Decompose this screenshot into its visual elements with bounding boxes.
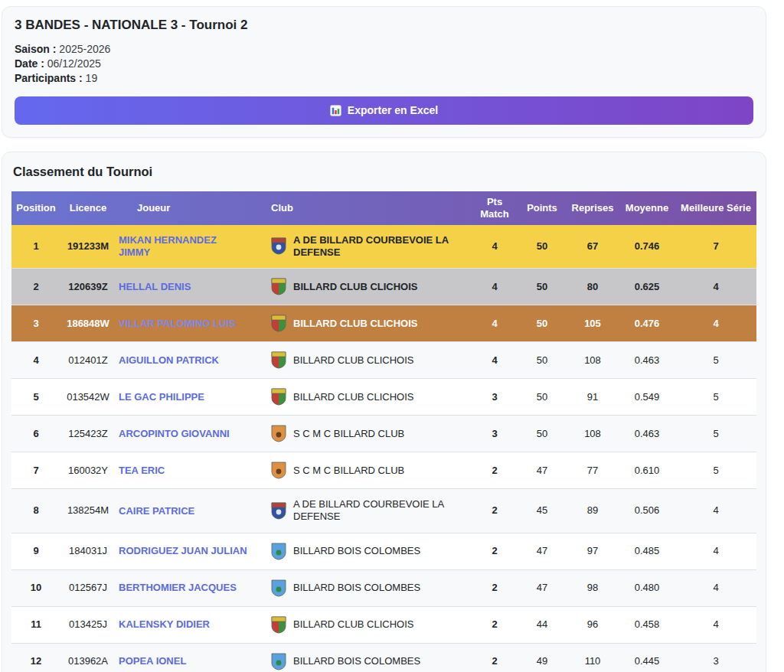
player-cell: RODRIGUEZ JUAN JULIAN xyxy=(116,533,265,569)
meilleure-serie-cell: 5 xyxy=(675,416,756,452)
reprises-cell: 108 xyxy=(567,416,619,452)
export-excel-label: Exporter en Excel xyxy=(348,104,438,116)
moyenne-cell: 0.506 xyxy=(619,489,675,533)
player-link[interactable]: KALENSKY DIDIER xyxy=(119,618,210,631)
player-cell: VILLAR PALOMINO LUIS xyxy=(116,305,265,342)
points-cell: 50 xyxy=(518,269,567,305)
boiscolombes-club-shield-icon xyxy=(271,579,286,597)
season-line: Saison : 2025-2026 xyxy=(15,42,753,57)
player-link[interactable]: LE GAC PHILIPPE xyxy=(119,391,204,403)
club-cell: BILLARD CLUB CLICHOIS xyxy=(265,305,472,342)
position-cell: 1 xyxy=(11,225,60,269)
player-link[interactable]: MIKAN HERNANDEZ JIMMY xyxy=(119,234,247,259)
club-name: BILLARD BOIS COLOMBES xyxy=(293,655,420,667)
points-cell: 44 xyxy=(518,606,567,643)
moyenne-cell: 0.458 xyxy=(619,606,675,643)
licence-cell: 186848W xyxy=(60,305,116,342)
meilleure-serie-cell: 7 xyxy=(675,225,756,269)
licence-cell: 160032Y xyxy=(60,452,116,489)
points-cell: 49 xyxy=(518,643,567,672)
club-cell: S C M C BILLARD CLUB xyxy=(265,416,472,452)
header-licence: Licence xyxy=(60,191,116,225)
season-label: Saison : xyxy=(15,43,56,55)
club-cell: S C M C BILLARD CLUB xyxy=(265,452,472,489)
clichois-club-shield-icon xyxy=(271,315,286,332)
club-name: BILLARD CLUB CLICHOIS xyxy=(293,618,414,631)
moyenne-cell: 0.476 xyxy=(619,305,675,342)
player-link[interactable]: VILLAR PALOMINO LUIS xyxy=(119,318,236,330)
table-row: 7 160032Y TEA ERIC S C M C BILLARD CLUB … xyxy=(11,452,756,489)
meilleure-serie-cell: 4 xyxy=(675,305,756,342)
player-cell: HELLAL DENIS xyxy=(116,269,265,305)
reprises-cell: 77 xyxy=(567,452,619,489)
position-cell: 4 xyxy=(11,342,60,379)
club-cell: BILLARD BOIS COLOMBES xyxy=(265,643,472,672)
player-link[interactable]: BERTHOMIER JACQUES xyxy=(119,582,237,594)
position-cell: 6 xyxy=(11,416,60,452)
clichois-club-shield-icon xyxy=(271,278,286,295)
player-cell: LE GAC PHILIPPE xyxy=(116,379,265,416)
meilleure-serie-cell: 5 xyxy=(675,342,756,379)
pts-match-cell: 2 xyxy=(472,452,518,489)
reprises-cell: 97 xyxy=(567,533,619,569)
position-cell: 10 xyxy=(11,569,60,606)
header-points: Points xyxy=(518,191,567,225)
header-reprises: Reprises xyxy=(567,191,619,225)
date-label: Date : xyxy=(15,57,44,70)
pts-match-cell: 2 xyxy=(472,533,518,569)
pts-match-cell: 2 xyxy=(472,489,518,533)
player-link[interactable]: HELLAL DENIS xyxy=(119,281,191,293)
reprises-cell: 98 xyxy=(567,569,619,606)
pts-match-cell: 4 xyxy=(472,225,518,269)
export-excel-button[interactable]: Exporter en Excel xyxy=(15,96,753,125)
club-name: S C M C BILLARD CLUB xyxy=(293,465,404,477)
licence-cell: 013962A xyxy=(60,643,116,672)
moyenne-cell: 0.445 xyxy=(619,643,675,672)
table-row: 10 012567J BERTHOMIER JACQUES BILLARD BO… xyxy=(11,569,756,606)
player-link[interactable]: POPEA IONEL xyxy=(119,655,186,667)
player-link[interactable]: AIGUILLON PATRICK xyxy=(119,354,219,367)
player-cell: ARCOPINTO GIOVANNI xyxy=(116,416,265,452)
meilleure-serie-cell: 4 xyxy=(675,533,756,569)
reprises-cell: 105 xyxy=(567,305,619,342)
player-link[interactable]: ARCOPINTO GIOVANNI xyxy=(119,428,230,440)
meilleure-serie-cell: 4 xyxy=(675,269,756,305)
participants-label: Participants : xyxy=(15,72,83,84)
position-cell: 5 xyxy=(11,379,60,416)
table-row: 12 013962A POPEA IONEL BILLARD BOIS COLO… xyxy=(11,643,756,672)
ranking-title: Classement du Tournoi xyxy=(13,165,753,179)
moyenne-cell: 0.625 xyxy=(619,269,675,305)
points-cell: 47 xyxy=(518,569,567,606)
points-cell: 50 xyxy=(518,416,567,452)
ranking-table-head: Position Licence Joueur Club Pts Match P… xyxy=(11,191,756,225)
licence-cell: 120639Z xyxy=(60,269,116,305)
season-value: 2025-2026 xyxy=(59,43,110,55)
header-row: Position Licence Joueur Club Pts Match P… xyxy=(11,191,756,225)
points-cell: 50 xyxy=(518,225,567,269)
table-row: 5 013542W LE GAC PHILIPPE BILLARD CLUB C… xyxy=(11,379,756,416)
club-name: BILLARD BOIS COLOMBES xyxy=(293,582,420,594)
meilleure-serie-cell: 4 xyxy=(675,489,756,533)
club-cell: BILLARD BOIS COLOMBES xyxy=(265,569,472,606)
table-row: 1 191233M MIKAN HERNANDEZ JIMMY A DE BIL… xyxy=(11,225,756,269)
table-row: 4 012401Z AIGUILLON PATRICK BILLARD CLUB… xyxy=(11,342,756,379)
licence-cell: 012401Z xyxy=(60,342,116,379)
moyenne-cell: 0.610 xyxy=(619,452,675,489)
player-link[interactable]: TEA ERIC xyxy=(119,465,165,477)
player-link[interactable]: RODRIGUEZ JUAN JULIAN xyxy=(119,545,247,557)
header-meilleure-serie: Meilleure Série xyxy=(675,191,756,225)
player-cell: BERTHOMIER JACQUES xyxy=(116,569,265,606)
tournament-title: 3 BANDES - NATIONALE 3 - Tournoi 2 xyxy=(15,18,753,33)
meilleure-serie-cell: 5 xyxy=(675,452,756,489)
ranking-card: Classement du Tournoi Position Licence J… xyxy=(2,152,766,672)
meilleure-serie-cell: 4 xyxy=(675,569,756,606)
points-cell: 47 xyxy=(518,533,567,569)
player-cell: MIKAN HERNANDEZ JIMMY xyxy=(116,225,265,269)
pts-match-cell: 2 xyxy=(472,643,518,672)
club-cell: BILLARD BOIS COLOMBES xyxy=(265,533,472,569)
moyenne-cell: 0.746 xyxy=(619,225,675,269)
scmc-club-shield-icon xyxy=(271,425,286,442)
moyenne-cell: 0.549 xyxy=(619,379,675,416)
player-link[interactable]: CAIRE PATRICE xyxy=(119,505,194,517)
scmc-club-shield-icon xyxy=(271,462,286,479)
